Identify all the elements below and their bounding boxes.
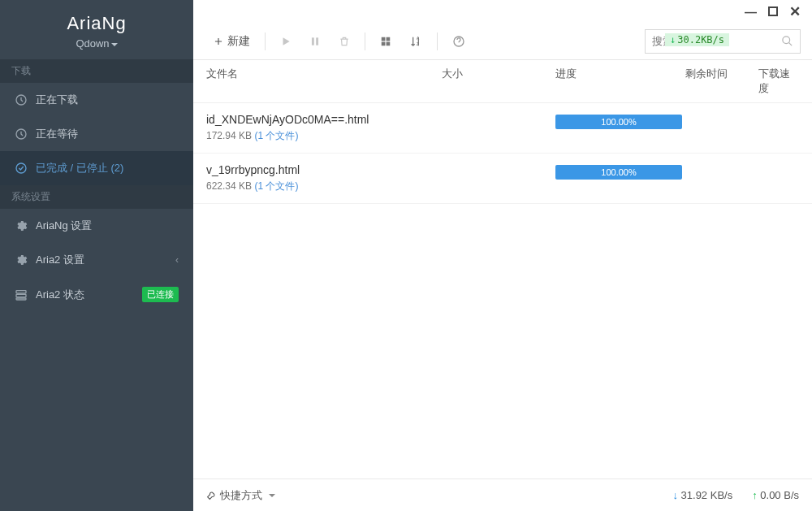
svg-rect-12: [387, 41, 391, 45]
status-bar: 快捷方式 ↓ 31.92 KB/s ↑ 0.00 B/s: [193, 479, 812, 511]
wrench-icon: [206, 490, 217, 500]
nav-aria2-status[interactable]: Aria2 状态 已连接: [0, 277, 193, 312]
server-icon: [15, 288, 28, 301]
status-badge-connected: 已连接: [142, 287, 179, 302]
col-progress[interactable]: 进度: [555, 67, 685, 96]
app-title: AriaNg: [0, 13, 193, 34]
svg-rect-4: [16, 294, 26, 297]
svg-rect-8: [316, 37, 318, 45]
minimize-button[interactable]: —: [745, 5, 757, 19]
svg-text:Z: Z: [417, 41, 420, 45]
col-filename[interactable]: 文件名: [206, 67, 442, 96]
table-header: 文件名 大小 进度 剩余时间 下载速度: [193, 60, 812, 103]
delete-button[interactable]: [330, 31, 358, 52]
file-count-link[interactable]: (1 个文件): [254, 180, 298, 192]
view-grid-button[interactable]: [372, 31, 400, 52]
shortcut-dropdown[interactable]: 快捷方式: [206, 488, 275, 503]
progress-bar: 100.00%: [555, 165, 682, 180]
start-button[interactable]: [272, 31, 300, 52]
section-settings: 系统设置: [0, 185, 193, 209]
search-box[interactable]: ↓ 30.2KB/s: [645, 29, 801, 54]
col-speed[interactable]: 下载速度: [758, 67, 799, 96]
app-subtitle-dropdown[interactable]: Qdown: [76, 37, 117, 50]
section-downloads: 下载: [0, 59, 193, 83]
separator: [437, 32, 438, 50]
svg-text:A: A: [417, 36, 420, 41]
speed-hint-overlay: ↓ 30.2KB/s: [665, 33, 729, 46]
window-controls: — ✕: [193, 0, 812, 23]
svg-rect-11: [382, 41, 386, 45]
nav-label: 正在下载: [36, 93, 78, 107]
gear-icon: [15, 253, 28, 266]
nav-label: Aria2 状态: [36, 288, 84, 302]
down-arrow-icon: ↓: [672, 489, 678, 501]
file-meta: 622.34 KB (1 个文件): [206, 180, 555, 193]
maximize-button[interactable]: [768, 6, 778, 16]
file-name: v_19rrbypncg.html: [206, 163, 555, 176]
nav-label: 已完成 / 已停止 (2): [36, 161, 123, 175]
clock-icon: [15, 93, 28, 106]
nav-downloading[interactable]: 正在下载: [0, 83, 193, 117]
brand-block: AriaNg Qdown: [0, 0, 193, 59]
new-task-button[interactable]: 新建: [205, 29, 258, 54]
nav-aria2-settings[interactable]: Aria2 设置 ‹: [0, 243, 193, 277]
col-remaining[interactable]: 剩余时间: [685, 67, 758, 96]
separator: [365, 32, 365, 50]
help-button[interactable]: [444, 30, 473, 53]
toolbar: 新建 AZ: [193, 23, 812, 60]
plus-icon: [213, 36, 224, 47]
svg-rect-6: [769, 7, 777, 15]
svg-point-2: [16, 163, 26, 173]
search-icon[interactable]: [781, 35, 793, 47]
svg-rect-5: [16, 298, 26, 300]
nav-ariang-settings[interactable]: AriaNg 设置: [0, 209, 193, 243]
close-button[interactable]: ✕: [789, 3, 801, 20]
down-arrow-icon: ↓: [670, 34, 676, 45]
progress-bar: 100.00%: [555, 115, 682, 129]
col-size[interactable]: 大小: [442, 67, 555, 96]
upload-speed-status: ↑ 0.00 B/s: [752, 489, 799, 501]
svg-rect-9: [382, 37, 386, 41]
nav-waiting[interactable]: 正在等待: [0, 117, 193, 151]
clock-icon: [15, 128, 28, 141]
table-row[interactable]: v_19rrbypncg.html 622.34 KB (1 个文件) 100.…: [193, 154, 812, 204]
main-area: — ✕ 新建: [193, 0, 812, 511]
nav-label: 正在等待: [36, 127, 78, 141]
svg-rect-7: [312, 37, 314, 45]
svg-point-16: [783, 37, 790, 44]
separator: [265, 32, 266, 50]
chevron-left-icon: ‹: [175, 254, 179, 266]
file-name: id_XNDEwNjAyODc0MA==.html: [206, 113, 555, 126]
nav-label: AriaNg 设置: [36, 219, 92, 233]
nav-label: Aria2 设置: [36, 253, 84, 267]
file-meta: 172.94 KB (1 个文件): [206, 129, 555, 143]
nav-finished-stopped[interactable]: 已完成 / 已停止 (2): [0, 151, 193, 185]
sort-button[interactable]: AZ: [401, 30, 430, 53]
download-speed-status: ↓ 31.92 KB/s: [672, 489, 732, 501]
gear-icon: [15, 219, 28, 232]
sidebar: AriaNg Qdown 下载 正在下载 正在等待 已完成 / 已停止 (2) …: [0, 0, 193, 511]
table-row[interactable]: id_XNDEwNjAyODc0MA==.html 172.94 KB (1 个…: [193, 103, 812, 154]
up-arrow-icon: ↑: [752, 489, 758, 501]
svg-rect-3: [16, 290, 26, 292]
check-circle-icon: [15, 162, 28, 175]
pause-button[interactable]: [301, 31, 329, 52]
file-count-link[interactable]: (1 个文件): [254, 130, 298, 141]
svg-rect-10: [387, 37, 391, 41]
file-list: id_XNDEwNjAyODc0MA==.html 172.94 KB (1 个…: [193, 103, 812, 479]
